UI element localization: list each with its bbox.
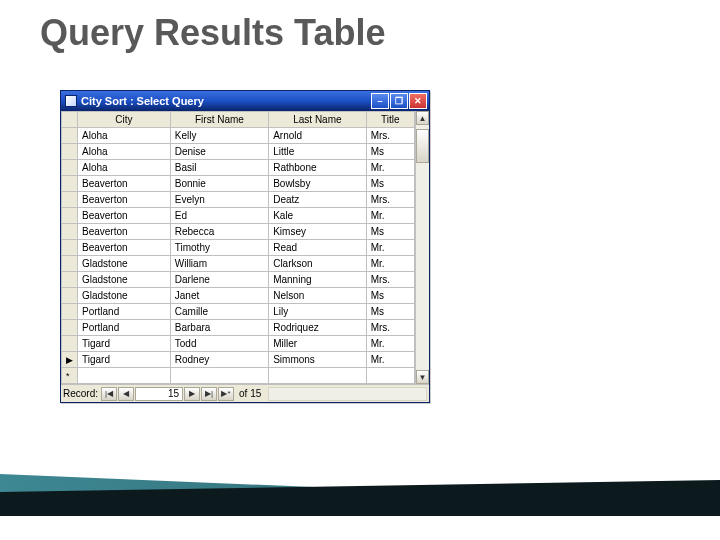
row-selector[interactable]: [62, 160, 78, 176]
cell-first[interactable]: Basil: [170, 160, 268, 176]
row-selector[interactable]: [62, 224, 78, 240]
cell-first[interactable]: Barbara: [170, 320, 268, 336]
cell-last[interactable]: Nelson: [269, 288, 366, 304]
column-header-title[interactable]: Title: [366, 112, 414, 128]
cell-city[interactable]: Tigard: [78, 336, 171, 352]
cell-title[interactable]: Ms: [366, 304, 414, 320]
cell-last[interactable]: Clarkson: [269, 256, 366, 272]
row-selector[interactable]: [62, 176, 78, 192]
table-row[interactable]: GladstoneDarleneManningMrs.: [62, 272, 415, 288]
cell-city[interactable]: Gladstone: [78, 288, 171, 304]
table-row[interactable]: PortlandCamilleLilyMs: [62, 304, 415, 320]
row-selector[interactable]: [62, 208, 78, 224]
cell-city[interactable]: Tigard: [78, 352, 171, 368]
cell-title[interactable]: Mr.: [366, 336, 414, 352]
cell-city[interactable]: Gladstone: [78, 272, 171, 288]
cell-first[interactable]: William: [170, 256, 268, 272]
scroll-track[interactable]: [416, 125, 429, 370]
row-selector[interactable]: *: [62, 368, 78, 384]
cell-last[interactable]: Arnold: [269, 128, 366, 144]
cell-first[interactable]: Bonnie: [170, 176, 268, 192]
row-selector-header[interactable]: [62, 112, 78, 128]
cell-first[interactable]: Ed: [170, 208, 268, 224]
cell-first[interactable]: Evelyn: [170, 192, 268, 208]
scroll-up-icon[interactable]: ▲: [416, 111, 429, 125]
cell-last[interactable]: Read: [269, 240, 366, 256]
table-row[interactable]: BeavertonBonnieBowlsbyMs: [62, 176, 415, 192]
cell-title[interactable]: Mr.: [366, 208, 414, 224]
cell-city[interactable]: Aloha: [78, 128, 171, 144]
vertical-scrollbar[interactable]: ▲ ▼: [415, 111, 429, 384]
column-header-last-name[interactable]: Last Name: [269, 112, 366, 128]
nav-new-record-button[interactable]: ▶*: [218, 387, 234, 401]
table-row[interactable]: TigardToddMillerMr.: [62, 336, 415, 352]
cell-title[interactable]: Ms: [366, 176, 414, 192]
cell-city[interactable]: Gladstone: [78, 256, 171, 272]
column-header-city[interactable]: City: [78, 112, 171, 128]
cell-city[interactable]: Beaverton: [78, 208, 171, 224]
row-selector[interactable]: [62, 272, 78, 288]
cell-city[interactable]: Beaverton: [78, 240, 171, 256]
row-selector[interactable]: [62, 256, 78, 272]
cell-title[interactable]: [366, 368, 414, 384]
horizontal-scrollbar[interactable]: [268, 387, 427, 401]
cell-title[interactable]: Ms: [366, 224, 414, 240]
cell-first[interactable]: [170, 368, 268, 384]
cell-city[interactable]: Portland: [78, 304, 171, 320]
cell-last[interactable]: Kimsey: [269, 224, 366, 240]
cell-last[interactable]: [269, 368, 366, 384]
table-row[interactable]: AlohaKellyArnoldMrs.: [62, 128, 415, 144]
cell-city[interactable]: [78, 368, 171, 384]
nav-prev-button[interactable]: ◀: [118, 387, 134, 401]
row-selector[interactable]: [62, 128, 78, 144]
close-button[interactable]: ✕: [409, 93, 427, 109]
maximize-button[interactable]: ❐: [390, 93, 408, 109]
table-row[interactable]: GladstoneJanetNelsonMs: [62, 288, 415, 304]
record-number-input[interactable]: 15: [135, 387, 183, 401]
scroll-thumb[interactable]: [416, 129, 429, 163]
cell-city[interactable]: Aloha: [78, 144, 171, 160]
cell-last[interactable]: Little: [269, 144, 366, 160]
cell-last[interactable]: Bowlsby: [269, 176, 366, 192]
row-selector[interactable]: [62, 144, 78, 160]
cell-last[interactable]: Rodriquez: [269, 320, 366, 336]
cell-title[interactable]: Ms: [366, 288, 414, 304]
table-row[interactable]: BeavertonTimothyReadMr.: [62, 240, 415, 256]
cell-title[interactable]: Mrs.: [366, 320, 414, 336]
cell-city[interactable]: Beaverton: [78, 176, 171, 192]
minimize-button[interactable]: –: [371, 93, 389, 109]
scroll-down-icon[interactable]: ▼: [416, 370, 429, 384]
cell-title[interactable]: Mr.: [366, 352, 414, 368]
row-selector[interactable]: [62, 288, 78, 304]
table-row[interactable]: *: [62, 368, 415, 384]
table-row[interactable]: BeavertonEvelynDeatzMrs.: [62, 192, 415, 208]
cell-first[interactable]: Todd: [170, 336, 268, 352]
cell-title[interactable]: Ms: [366, 144, 414, 160]
cell-first[interactable]: Janet: [170, 288, 268, 304]
cell-last[interactable]: Lily: [269, 304, 366, 320]
row-selector[interactable]: [62, 240, 78, 256]
row-selector[interactable]: [62, 320, 78, 336]
cell-last[interactable]: Kale: [269, 208, 366, 224]
nav-last-button[interactable]: ▶|: [201, 387, 217, 401]
nav-first-button[interactable]: |◀: [101, 387, 117, 401]
cell-last[interactable]: Rathbone: [269, 160, 366, 176]
cell-city[interactable]: Beaverton: [78, 192, 171, 208]
cell-title[interactable]: Mrs.: [366, 272, 414, 288]
cell-last[interactable]: Manning: [269, 272, 366, 288]
cell-title[interactable]: Mr.: [366, 160, 414, 176]
row-selector[interactable]: [62, 336, 78, 352]
cell-first[interactable]: Rebecca: [170, 224, 268, 240]
cell-first[interactable]: Denise: [170, 144, 268, 160]
cell-first[interactable]: Rodney: [170, 352, 268, 368]
table-row[interactable]: BeavertonEdKaleMr.: [62, 208, 415, 224]
table-row[interactable]: AlohaBasilRathboneMr.: [62, 160, 415, 176]
cell-title[interactable]: Mr.: [366, 240, 414, 256]
cell-title[interactable]: Mr.: [366, 256, 414, 272]
cell-first[interactable]: Camille: [170, 304, 268, 320]
cell-city[interactable]: Portland: [78, 320, 171, 336]
nav-next-button[interactable]: ▶: [184, 387, 200, 401]
cell-first[interactable]: Darlene: [170, 272, 268, 288]
cell-last[interactable]: Deatz: [269, 192, 366, 208]
cell-city[interactable]: Beaverton: [78, 224, 171, 240]
